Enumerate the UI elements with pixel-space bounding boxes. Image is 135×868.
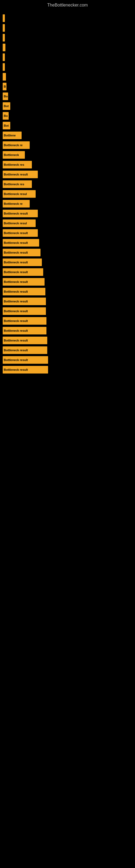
bar-item: Bottleneck resul <box>3 190 36 198</box>
bar-item: Bottleneck result <box>3 307 46 315</box>
bar-label: Bo <box>4 114 8 118</box>
bar-item: Bottleneck result <box>3 366 48 373</box>
bar-row: Bottleneck result <box>3 229 132 237</box>
bar-row <box>3 14 132 22</box>
bar-label: Bottleneck result <box>4 300 28 303</box>
bar-item: Bottleneck result <box>3 278 45 286</box>
bar-label: Bottleneck result <box>4 251 28 254</box>
bar-label: Bottleneck result <box>4 368 28 371</box>
bar-label: Bottleneck result <box>4 173 28 176</box>
bar-row: Bottleneck re <box>3 200 132 208</box>
bar-item <box>3 44 5 51</box>
bar-label: Bottleneck <box>4 153 19 156</box>
bar-item <box>3 63 5 71</box>
bar-row: Bo <box>3 112 132 120</box>
bar-row: Bo <box>3 93 132 100</box>
bar-label: Bottleneck result <box>4 319 28 322</box>
bar-item: Bottleneck result <box>3 239 39 247</box>
bar-item: Bottleneck res <box>3 180 32 188</box>
bar-label: Bottleneck result <box>4 271 28 274</box>
bar-item: Bottleneck result <box>3 170 38 178</box>
bar-item: Bot <box>3 102 10 110</box>
bar-row: Bottleneck result <box>3 249 132 256</box>
bar-row: Bottleneck <box>3 151 132 159</box>
bar-label: Bottleneck result <box>4 241 28 244</box>
bar-row <box>3 44 132 51</box>
bar-item: Bottleneck re <box>3 200 30 208</box>
bar-row: Bottleneck result <box>3 366 132 373</box>
bar-row: Bottleneck result <box>3 356 132 364</box>
bar-row <box>3 54 132 61</box>
bar-label: Bottleneck result <box>4 358 28 362</box>
site-title: TheBottlenecker.com <box>0 0 135 9</box>
bar-item: Bottleneck res <box>3 161 32 168</box>
bar-row: Bot <box>3 122 132 129</box>
bar-row: Bottleneck result <box>3 307 132 315</box>
bar-row: Bottleneck result <box>3 170 132 178</box>
bar-row: Bot <box>3 102 132 110</box>
bar-item: Bottleneck result <box>3 249 41 256</box>
bar-label: Bottleneck res <box>4 163 24 166</box>
bar-item <box>3 73 6 81</box>
bar-label: Bottleneck re <box>4 144 23 147</box>
bar-row: Bottleneck resul <box>3 219 132 227</box>
bar-label: Bottleneck result <box>4 339 28 342</box>
bar-label: Bot <box>4 104 9 108</box>
bar-item: Bo <box>3 112 9 120</box>
bar-item: Bottleneck resul <box>3 219 36 227</box>
bar-label: Bot <box>4 124 9 127</box>
bar-label: Bottleneck result <box>4 290 28 293</box>
bar-item <box>3 14 5 22</box>
bar-row: Bottleneck result <box>3 258 132 266</box>
bar-row <box>3 73 132 81</box>
bar-label: Bottleneck res <box>4 183 24 186</box>
bar-row <box>3 63 132 71</box>
bar-row <box>3 24 132 32</box>
bar-label: Bottleneck re <box>4 202 23 205</box>
bar-row: Bottleneck result <box>3 239 132 247</box>
bar-label: B <box>4 85 6 88</box>
bar-row <box>3 34 132 41</box>
bar-item: Bottleneck result <box>3 356 48 364</box>
bar-item: Bot <box>3 122 10 129</box>
bar-item <box>3 34 5 41</box>
bar-label: Bottlene <box>4 134 16 137</box>
bar-row: Bottleneck result <box>3 278 132 286</box>
bar-item: B <box>3 83 6 90</box>
bar-label: Bottleneck result <box>4 231 28 235</box>
bar-row: Bottleneck result <box>3 210 132 217</box>
bar-label: Bottleneck result <box>4 261 28 264</box>
bar-label: Bottleneck result <box>4 212 28 215</box>
bar-item: Bottleneck result <box>3 346 47 354</box>
bar-item: Bottleneck re <box>3 141 30 149</box>
bar-label: Bottleneck resul <box>4 192 27 195</box>
bar-row: Bottleneck re <box>3 141 132 149</box>
bar-item: Bottleneck result <box>3 229 38 237</box>
bar-item <box>3 54 5 61</box>
bar-row: Bottleneck result <box>3 317 132 325</box>
bar-row: B <box>3 83 132 90</box>
bar-row: Bottleneck result <box>3 337 132 344</box>
bar-item <box>3 24 5 32</box>
bar-item: Bottleneck result <box>3 317 46 325</box>
bar-item: Bottleneck <box>3 151 25 159</box>
bar-item: Bottleneck result <box>3 327 46 335</box>
bar-row: Bottleneck result <box>3 268 132 276</box>
bar-label: Bottleneck result <box>4 348 28 352</box>
bar-label: Bottleneck result <box>4 329 28 332</box>
bar-row: Bottleneck result <box>3 298 132 305</box>
bar-item: Bottlene <box>3 131 21 139</box>
bar-item: Bottleneck result <box>3 210 38 217</box>
bar-row: Bottlene <box>3 131 132 139</box>
bar-row: Bottleneck result <box>3 327 132 335</box>
bar-row: Bottleneck resul <box>3 190 132 198</box>
bar-item: Bottleneck result <box>3 337 47 344</box>
bar-row: Bottleneck result <box>3 346 132 354</box>
bar-row: Bottleneck result <box>3 288 132 296</box>
bar-row: Bottleneck res <box>3 180 132 188</box>
bar-label: Bo <box>4 95 8 98</box>
bar-item: Bottleneck result <box>3 268 43 276</box>
bars-container: BBoBotBoBotBottleneBottleneck reBottlene… <box>0 9 135 376</box>
bar-item: Bottleneck result <box>3 298 46 305</box>
bar-label: Bottleneck resul <box>4 222 27 225</box>
